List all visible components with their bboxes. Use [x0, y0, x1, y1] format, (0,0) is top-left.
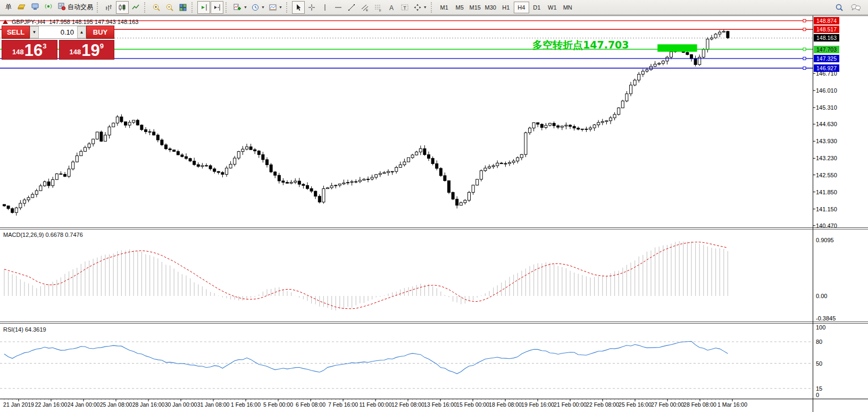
signals-button[interactable]: [42, 1, 55, 14]
buy-price-display[interactable]: 148 19 9: [59, 40, 115, 60]
svg-text:E: E: [366, 9, 368, 12]
one-click-trading-panel: SELL ▼ ▲ BUY 148 16 3 148 19 9: [2, 26, 114, 60]
sell-price-display[interactable]: 148 16 3: [2, 40, 57, 60]
cursor-icon: [294, 3, 303, 12]
periods-button[interactable]: ▼: [249, 1, 266, 14]
timeframe-button-m15[interactable]: M15: [468, 2, 483, 13]
templates-button[interactable]: ▼: [267, 1, 284, 14]
gold-ingot-icon: [17, 2, 27, 12]
metaeditor-button[interactable]: [29, 1, 41, 14]
zoom-in-button[interactable]: [150, 1, 163, 14]
timeframe-button-m30[interactable]: M30: [483, 2, 498, 13]
market-watch-button[interactable]: [15, 1, 28, 14]
rsi-line: [4, 341, 728, 374]
buy-price-big: 19: [81, 42, 99, 59]
volume-decrease-button[interactable]: ▼: [30, 26, 39, 38]
volume-increase-button[interactable]: ▲: [77, 26, 86, 38]
toolbar-grip: [97, 2, 100, 13]
one-click-trading-toggle-icon[interactable]: [3, 20, 8, 24]
crosshair-button[interactable]: [305, 1, 318, 14]
resistance-line[interactable]: [0, 28, 813, 31]
text-icon: A: [387, 3, 396, 12]
terminal-icon: [30, 2, 40, 12]
tile-windows-button[interactable]: [177, 1, 189, 14]
indicators-icon: [233, 3, 242, 12]
arrows-button[interactable]: ▼: [412, 1, 429, 14]
fibonacci-icon: F: [374, 3, 382, 12]
arrows-icon: [413, 3, 422, 12]
timeframe-button-mn[interactable]: MN: [560, 2, 575, 13]
toolbar-grip: [191, 2, 195, 13]
dropdown-arrow-icon: ▼: [244, 5, 247, 9]
line-chart-button[interactable]: [129, 1, 142, 14]
text-label-button[interactable]: T: [398, 1, 411, 14]
chart-shift-button[interactable]: [211, 1, 223, 14]
clock-icon: [251, 3, 260, 12]
svg-text:T: T: [403, 5, 406, 10]
horizontal-line-icon: [334, 3, 343, 12]
search-button[interactable]: [833, 1, 846, 14]
buy-button[interactable]: BUY: [86, 26, 114, 39]
cursor-button[interactable]: [292, 1, 305, 14]
toolbar-grip: [431, 2, 434, 13]
autotrading-button[interactable]: 自动交易: [55, 1, 95, 14]
pivot-highlight-box[interactable]: [657, 44, 697, 52]
chart-canvas[interactable]: [0, 15, 868, 412]
indicators-button[interactable]: ▼: [231, 1, 249, 14]
line-handle[interactable]: [803, 48, 806, 51]
candlestick-icon: [118, 3, 127, 12]
chat-button[interactable]: [849, 1, 863, 14]
auto-scroll-button[interactable]: [197, 1, 210, 14]
zoom-in-icon: [152, 3, 161, 12]
equidistant-channel-button[interactable]: E: [358, 1, 371, 14]
toolbar-grip: [226, 2, 229, 13]
sell-price-sup: 3: [43, 42, 46, 50]
toolbar-grip: [144, 2, 147, 13]
candlestick-chart-button[interactable]: [116, 1, 129, 14]
pivot-annotation-text[interactable]: 多空转折点147.703: [532, 38, 629, 52]
text-label-icon: T: [400, 3, 409, 12]
dropdown-arrow-icon: ▼: [261, 5, 265, 9]
line-handle[interactable]: [803, 67, 806, 70]
support-line[interactable]: [0, 67, 813, 70]
svg-text:F: F: [379, 9, 381, 12]
vertical-line-icon: [321, 3, 329, 12]
horizontal-line-button[interactable]: [332, 1, 345, 14]
timeframe-button-m1[interactable]: M1: [437, 2, 452, 13]
chart-window: 146.710146.010145.310144.630143.930143.2…: [0, 15, 868, 412]
search-icon: [835, 3, 844, 12]
line-chart-icon: [131, 3, 140, 12]
text-button[interactable]: A: [385, 1, 398, 14]
toolbar: 单 自动交易 ▼ ▼ ▼ E F A T ▼ M1M5M15M: [0, 0, 868, 15]
channel-icon: E: [361, 3, 369, 12]
sell-button[interactable]: SELL: [2, 26, 30, 39]
timeframe-button-w1[interactable]: W1: [545, 2, 560, 13]
zoom-out-icon: [165, 3, 174, 12]
buy-price-sup: 9: [100, 42, 104, 50]
timeframe-button-d1[interactable]: D1: [529, 2, 545, 13]
buy-price-prefix: 148: [70, 48, 81, 56]
fibonacci-button[interactable]: F: [372, 1, 385, 14]
timeframe-button-h1[interactable]: H1: [498, 2, 514, 13]
sell-price-big: 16: [24, 42, 43, 59]
timeframe-button-m5[interactable]: M5: [452, 2, 468, 13]
template-icon: [269, 3, 277, 12]
volume-input[interactable]: [39, 26, 77, 38]
trendline-button[interactable]: [345, 1, 358, 14]
new-order-button[interactable]: 单: [2, 1, 15, 14]
line-handle[interactable]: [803, 57, 806, 60]
symbol-period-label: GBPJPY-,H4: [12, 19, 45, 25]
timeframe-toolbar: M1M5M15M30H1H4D1W1MN: [437, 2, 575, 13]
autotrading-label: 自动交易: [68, 3, 93, 12]
line-handle[interactable]: [803, 28, 806, 31]
timeframe-button-h4[interactable]: H4: [514, 2, 529, 13]
vertical-line-button[interactable]: [319, 1, 331, 14]
macd-indicator-label: MACD(12,26,9) 0.6678 0.7476: [3, 232, 83, 238]
auto-scroll-icon: [199, 3, 208, 12]
ohlc-values: 147.958 148.195 147.943 148.163: [49, 19, 138, 25]
zoom-out-button[interactable]: [163, 1, 176, 14]
new-order-label: 单: [5, 3, 12, 12]
bar-chart-button[interactable]: [103, 1, 115, 14]
crosshair-icon: [307, 3, 316, 12]
line-handle[interactable]: [803, 19, 806, 22]
